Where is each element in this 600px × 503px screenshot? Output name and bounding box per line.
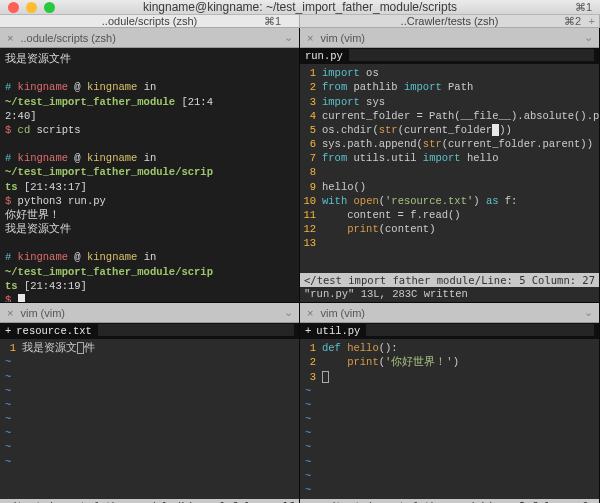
line-number: 3 [300,370,322,384]
line-number: 3 [300,95,322,109]
line-number: 6 [300,137,322,151]
minimize-icon[interactable] [26,2,37,13]
pane-tabbar: × ..odule/scripts (zsh) ⌄ [0,28,299,48]
empty-line-tilde: ~ [0,398,299,412]
code-line: 10with open('resource.txt') as f: [300,194,599,208]
code-line: 2from pathlib import Path [300,80,599,94]
code-line: 1def hello(): [300,341,599,355]
code-line: 6sys.path.append(str(current_folder.pare… [300,137,599,151]
pane-bottom-right: × vim (vim) ⌄ + util.py 1def hello():2 p… [300,303,600,503]
pane-top-left: × ..odule/scripts (zsh) ⌄ 我是资源文件 # kingn… [0,28,300,303]
zoom-icon[interactable] [44,2,55,13]
dropdown-icon[interactable]: ⌄ [584,306,599,319]
window-shortcut: ⌘1 [575,1,592,14]
terminal-line: 2:40] [5,109,294,123]
empty-line-tilde: ~ [0,355,299,369]
split-tab-label: ..Crawler/tests (zsh) [300,15,599,27]
code-body[interactable]: 1def hello():2 print('你好世界！')3~~~~~~~~ [300,339,599,499]
buffer-header: + resource.txt [0,323,299,339]
dropdown-icon[interactable]: ⌄ [284,306,299,319]
pane-bottom-left: × vim (vim) ⌄ + resource.txt 1我是资源文件~~~~… [0,303,300,503]
empty-line-tilde: ~ [300,440,599,454]
empty-line-tilde: ~ [300,398,599,412]
pane-tab-label[interactable]: vim (vim) [20,307,75,319]
line-number: 11 [300,208,322,222]
close-tab-icon[interactable]: × [300,307,320,319]
buffer-filename: util.py [316,324,360,338]
close-icon[interactable] [8,2,19,13]
split-tab-label: ..odule/scripts (zsh) [0,15,299,27]
code-line: 12 print(content) [300,222,599,236]
line-number: 5 [300,123,322,137]
statusbar: </test_import_father_module/scripts Line… [0,499,299,503]
buffer-header: + util.py [300,323,599,339]
close-tab-icon[interactable]: × [300,32,320,44]
terminal-line: 我是资源文件 [5,222,294,236]
code-line: 7from utils.util import hello [300,151,599,165]
empty-line-tilde: ~ [0,384,299,398]
status-path: </test_import_father_module/scripts [304,274,481,286]
terminal-line: # kingname @ kingname in ~/test_import_f… [5,80,294,108]
buffer-filename: resource.txt [16,324,92,338]
buffer-bar [366,324,594,336]
line-number: 7 [300,151,322,165]
empty-line-tilde: ~ [0,370,299,384]
split-tab-right[interactable]: ..Crawler/tests (zsh) ⌘2 + [300,15,600,27]
code-body[interactable]: 1import os2from pathlib import Path3impo… [300,64,599,252]
close-tab-icon[interactable]: × [0,307,20,319]
plus-icon: + [305,324,311,338]
empty-line-tilde: ~ [0,440,299,454]
split-tab-badge: ⌘2 [564,15,581,28]
code-line: 2 print('你好世界！') [300,355,599,369]
pane-tabbar: × vim (vim) ⌄ [0,303,299,323]
code-line: 13 [300,236,599,250]
line-number: 13 [300,236,322,250]
terminal-line: ts [21:43:17] [5,180,294,194]
buffer-bar [98,324,294,336]
close-tab-icon[interactable]: × [0,32,20,44]
split-tab-badge: ⌘1 [264,15,281,28]
empty-line-tilde: ~ [300,384,599,398]
buffer-bar [349,49,594,61]
dropdown-icon[interactable]: ⌄ [284,31,299,44]
empty-line-tilde: ~ [0,412,299,426]
line-number: 9 [300,180,322,194]
terminal-line: # kingname @ kingname in ~/test_import_f… [5,250,294,278]
pane-tab-label[interactable]: ..odule/scripts (zsh) [20,32,125,44]
titlebar[interactable]: kingname@kingname: ~/test_import_father_… [0,0,600,15]
line-number: 1 [300,341,322,355]
editor-area[interactable]: run.py 1import os2from pathlib import Pa… [300,48,599,273]
line-number: 4 [300,109,322,123]
pane-tabbar: × vim (vim) ⌄ [300,28,599,48]
line-number: 10 [300,194,322,208]
editor-area[interactable]: + util.py 1def hello():2 print('你好世界！')3… [300,323,599,499]
code-line: 5os.chdir(str(current_folder)) [300,123,599,137]
code-line: 1import os [300,66,599,80]
line-number: 1 [0,341,22,355]
terminal-output[interactable]: 我是资源文件 # kingname @ kingname in ~/test_i… [0,48,299,302]
terminal-line: $ python3 run.py [5,194,294,208]
dropdown-icon[interactable]: ⌄ [584,31,599,44]
terminal-line: $ [5,293,294,302]
terminal-window: kingname@kingname: ~/test_import_father_… [0,0,600,503]
terminal-line [5,66,294,80]
empty-line-tilde: ~ [300,426,599,440]
pane-tab-label[interactable]: vim (vim) [320,32,375,44]
line-number: 12 [300,222,322,236]
terminal-line [5,137,294,151]
code-body[interactable]: 1我是资源文件~~~~~~~~ [0,339,299,471]
plus-icon[interactable]: + [589,15,595,27]
split-tab-left[interactable]: ..odule/scripts (zsh) ⌘1 [0,15,300,27]
terminal-line: 我是资源文件 [5,52,294,66]
terminal-line: 你好世界！ [5,208,294,222]
code-line: 11 content = f.read() [300,208,599,222]
status-position: Line: 5 Column: 27 [481,274,595,286]
empty-line-tilde: ~ [0,426,299,440]
code-line: 9hello() [300,180,599,194]
code-line: 1我是资源文件 [0,341,299,355]
traffic-lights [8,2,55,13]
editor-area[interactable]: + resource.txt 1我是资源文件~~~~~~~~ [0,323,299,499]
pane-tab-label[interactable]: vim (vim) [320,307,375,319]
line-number: 1 [300,66,322,80]
empty-line-tilde: ~ [300,469,599,483]
